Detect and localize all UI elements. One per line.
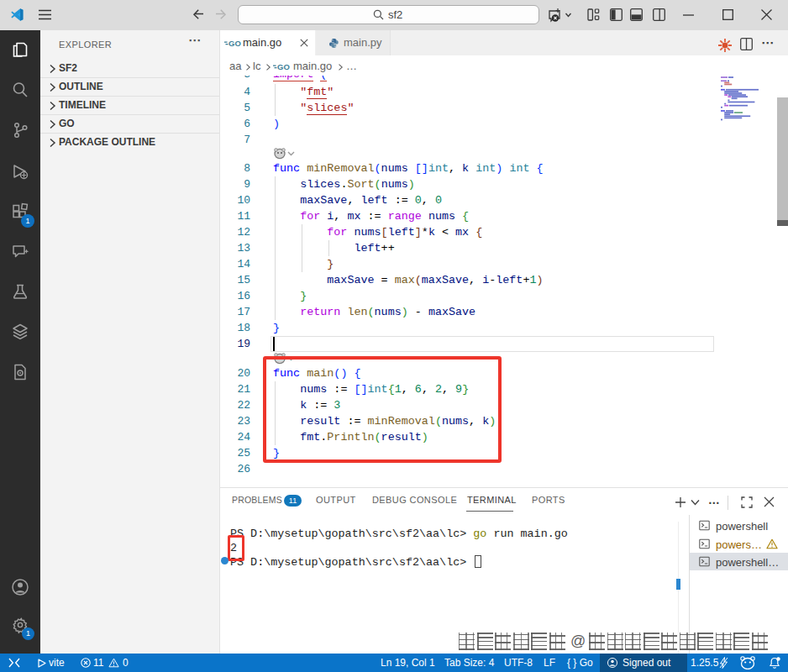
svg-text:GO: GO [277, 62, 290, 71]
svg-text:GO: GO [229, 39, 241, 48]
